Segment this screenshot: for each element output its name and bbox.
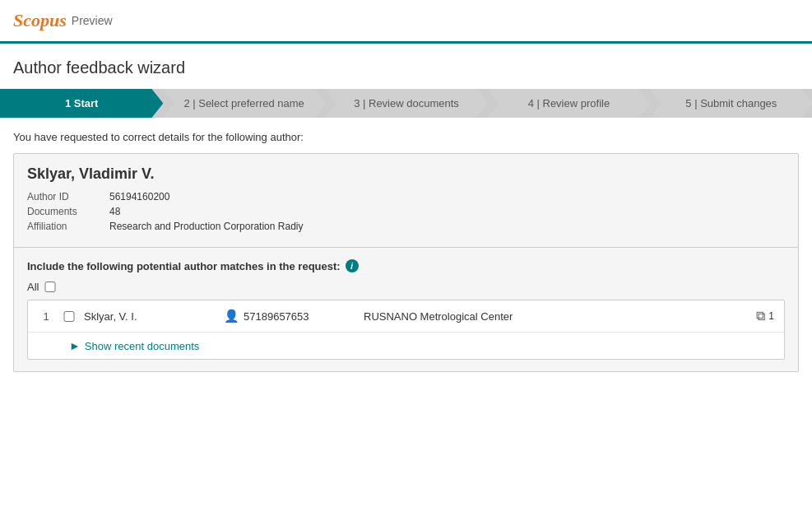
logo-scopus[interactable]: Scopus bbox=[13, 10, 67, 31]
show-recent-docs-link[interactable]: ► Show recent documents bbox=[69, 339, 199, 352]
logo-preview: Preview bbox=[72, 14, 113, 27]
author-id-label: Author ID bbox=[27, 191, 109, 202]
match-affiliation-1: RUSNANO Metrological Center bbox=[364, 310, 748, 323]
step-1[interactable]: 1 Start bbox=[0, 89, 163, 118]
arrow-right-icon: ► bbox=[69, 339, 81, 352]
person-icon: 👤 bbox=[224, 309, 239, 324]
info-icon[interactable]: i bbox=[346, 259, 359, 272]
matches-header-text: Include the following potential author m… bbox=[27, 260, 341, 272]
all-checkbox[interactable] bbox=[44, 282, 57, 292]
header: Scopus Preview bbox=[0, 0, 812, 44]
table-row: 1 Sklyar, V. I. 👤 57189657653 RUSNANO Me… bbox=[28, 300, 784, 333]
step-2[interactable]: 2 | Select preferred name bbox=[162, 89, 325, 118]
matches-section: Include the following potential author m… bbox=[14, 247, 798, 371]
match-name-1: Sklyar, V. I. bbox=[84, 310, 216, 323]
documents-label: Documents bbox=[27, 206, 109, 217]
step-4[interactable]: 4 | Review profile bbox=[487, 89, 650, 118]
affiliation-value: Research and Production Corporation Radi… bbox=[109, 221, 785, 232]
match-id-cell: 👤 57189657653 bbox=[224, 309, 355, 324]
documents-value: 48 bbox=[109, 206, 785, 217]
author-id-value: 56194160200 bbox=[109, 191, 785, 202]
copy-badge: 1 bbox=[768, 310, 774, 322]
match-num: 1 bbox=[38, 310, 54, 323]
author-name: Sklyar, Vladimir V. bbox=[27, 165, 785, 183]
recent-docs-row: ► Show recent documents bbox=[28, 333, 784, 359]
copy-icon: ⧉ bbox=[756, 309, 765, 324]
all-checkbox-row: All bbox=[27, 281, 785, 293]
match-table: 1 Sklyar, V. I. 👤 57189657653 RUSNANO Me… bbox=[27, 300, 785, 360]
author-card-header: Sklyar, Vladimir V. Author ID 5619416020… bbox=[14, 154, 798, 247]
copy-icon-cell: ⧉ 1 bbox=[756, 309, 774, 324]
description-text: You have requested to correct details fo… bbox=[13, 131, 799, 143]
wizard-steps: 1 Start 2 | Select preferred name 3 | Re… bbox=[0, 89, 812, 118]
author-card: Sklyar, Vladimir V. Author ID 5619416020… bbox=[13, 153, 799, 372]
step-5[interactable]: 5 | Submit changes bbox=[650, 89, 812, 118]
all-label: All bbox=[27, 281, 39, 293]
page-title: Author feedback wizard bbox=[0, 44, 812, 89]
match-checkbox-1[interactable] bbox=[63, 311, 76, 322]
step-3[interactable]: 3 | Review documents bbox=[325, 89, 488, 118]
main-content: You have requested to correct details fo… bbox=[0, 131, 812, 372]
matches-header: Include the following potential author m… bbox=[27, 259, 785, 272]
author-meta: Author ID 56194160200 Documents 48 Affil… bbox=[27, 191, 785, 242]
match-id-1: 57189657653 bbox=[244, 310, 309, 323]
show-recent-docs-label: Show recent documents bbox=[85, 340, 199, 352]
affiliation-label: Affiliation bbox=[27, 221, 109, 232]
